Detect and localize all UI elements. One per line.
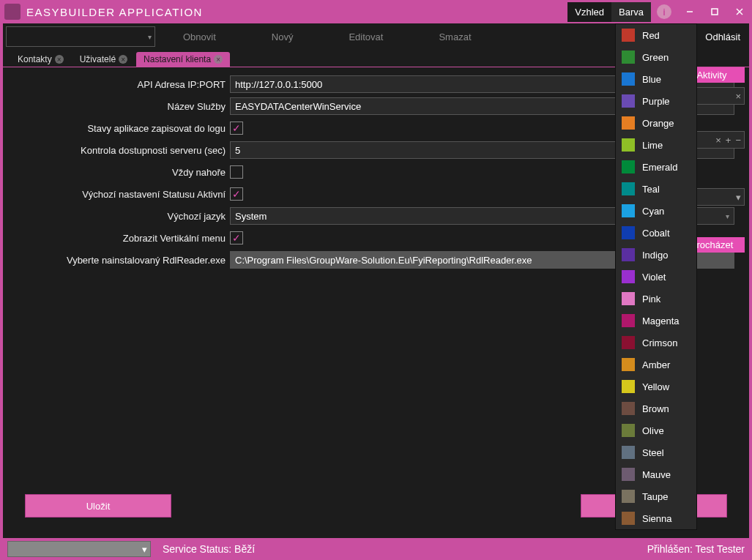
color-name: Emerald: [642, 162, 677, 173]
color-item-amber[interactable]: Amber: [616, 354, 696, 376]
color-swatch-icon: [622, 182, 635, 195]
color-item-crimson[interactable]: Crimson: [616, 332, 696, 354]
color-item-sienna[interactable]: Sienna: [616, 507, 696, 529]
color-item-green[interactable]: Green: [616, 46, 696, 68]
refresh-button[interactable]: Obnovit: [155, 23, 244, 50]
color-swatch-icon: [622, 270, 635, 283]
color-item-purple[interactable]: Purple: [616, 90, 696, 112]
close-icon[interactable]: ×: [715, 135, 721, 146]
color-swatch-icon: [622, 226, 635, 239]
color-item-indigo[interactable]: Indigo: [616, 244, 696, 266]
color-swatch-icon: [622, 94, 635, 108]
color-item-yellow[interactable]: Yellow: [616, 376, 696, 397]
color-name: Steel: [642, 447, 664, 458]
color-swatch-icon: [622, 336, 635, 349]
lang-label: Výchozí jazyk: [18, 211, 230, 222]
tab-label: Kontakty: [18, 54, 52, 64]
titlebar: EASYBUILDER APPLICATION Vzhled Barva i: [0, 0, 752, 23]
color-menu: RedGreenBluePurpleOrangeLimeEmeraldTealC…: [615, 23, 697, 530]
app-logo-icon: [4, 4, 21, 20]
lang-value: System: [235, 211, 267, 222]
color-swatch-icon: [622, 29, 635, 42]
color-item-taupe[interactable]: Taupe: [616, 485, 696, 507]
close-icon[interactable]: ×: [735, 91, 741, 102]
color-item-orange[interactable]: Orange: [616, 112, 696, 134]
color-swatch-icon: [622, 424, 635, 437]
color-item-mauve[interactable]: Mauve: [616, 463, 696, 485]
chevron-down-icon: ▾: [736, 192, 741, 203]
color-name: Indigo: [642, 250, 668, 261]
close-icon[interactable]: ×: [214, 55, 223, 64]
color-name: Brown: [642, 403, 669, 414]
color-item-teal[interactable]: Teal: [616, 178, 696, 200]
color-item-cobalt[interactable]: Cobalt: [616, 222, 696, 244]
delete-button[interactable]: Smazat: [411, 23, 499, 50]
color-name: Sienna: [642, 513, 671, 524]
color-item-cyan[interactable]: Cyan: [616, 200, 696, 222]
color-name: Teal: [642, 184, 660, 195]
defstatus-label: Výchozí nastavení Statusu Aktivní: [18, 189, 230, 200]
service-status: Service Status: Běží: [163, 543, 255, 555]
edit-button[interactable]: Editovat: [321, 23, 411, 50]
minimize-button[interactable]: [677, 1, 702, 22]
color-swatch-icon: [622, 380, 635, 393]
color-swatch-icon: [622, 402, 635, 415]
color-item-brown[interactable]: Brown: [616, 397, 696, 419]
color-swatch-icon: [622, 512, 635, 525]
tab-label: Nastavení klienta: [144, 54, 211, 64]
log-label: Stavy aplikace zapisovat do logu: [18, 123, 230, 134]
color-name: Pink: [642, 294, 660, 305]
close-icon[interactable]: ×: [119, 55, 127, 64]
app-title: EASYBUILDER APPLICATION: [26, 6, 203, 18]
color-name: Violet: [642, 272, 666, 283]
status-combo[interactable]: ▾: [7, 541, 151, 557]
color-swatch-icon: [622, 72, 635, 86]
color-item-violet[interactable]: Violet: [616, 266, 696, 288]
color-item-red[interactable]: Red: [616, 24, 696, 46]
info-icon[interactable]: i: [657, 4, 671, 19]
log-checkbox[interactable]: ✓: [230, 122, 243, 135]
tab-nastaveni-klienta[interactable]: Nastavení klienta ×: [136, 52, 230, 67]
plus-icon[interactable]: +: [726, 135, 731, 146]
tab-label: Uživatelé: [80, 54, 116, 64]
color-item-blue[interactable]: Blue: [616, 68, 696, 90]
color-name: Cobalt: [642, 228, 670, 239]
tab-uzivatele[interactable]: Uživatelé ×: [72, 52, 135, 67]
interval-label: Kontrola dostupnosti serveru (sec): [18, 145, 230, 156]
close-button[interactable]: [727, 1, 752, 22]
color-name: Cyan: [642, 206, 664, 217]
vmenu-label: Zobrazit Vertikální menu: [18, 233, 230, 244]
color-name: Yellow: [642, 381, 669, 392]
ontop-checkbox[interactable]: [230, 165, 243, 179]
color-swatch-icon: [622, 51, 635, 64]
minus-icon[interactable]: −: [735, 135, 741, 146]
defstatus-checkbox[interactable]: ✓: [230, 187, 243, 201]
color-swatch-icon: [622, 116, 635, 130]
color-item-magenta[interactable]: Magenta: [616, 310, 696, 332]
color-swatch-icon: [622, 292, 635, 305]
color-item-pink[interactable]: Pink: [616, 288, 696, 310]
menu-barva[interactable]: Barva: [611, 2, 651, 22]
tab-kontakty[interactable]: Kontakty ×: [10, 52, 71, 67]
close-icon[interactable]: ×: [55, 55, 64, 64]
color-name: Crimson: [642, 337, 677, 348]
color-item-olive[interactable]: Olive: [616, 419, 696, 441]
color-item-steel[interactable]: Steel: [616, 441, 696, 463]
color-item-emerald[interactable]: Emerald: [616, 156, 696, 178]
maximize-button[interactable]: [702, 1, 727, 22]
menu-vzhled[interactable]: Vzhled: [567, 2, 611, 22]
color-name: Mauve: [642, 469, 671, 480]
color-name: Green: [642, 52, 669, 63]
service-label: Název Služby: [18, 101, 230, 112]
toolbar-combo[interactable]: ▾: [6, 26, 155, 47]
color-item-lime[interactable]: Lime: [616, 134, 696, 156]
api-label: API Adresa IP:PORT: [18, 79, 230, 90]
save-button[interactable]: Uložit: [25, 494, 171, 518]
new-button[interactable]: Nový: [244, 23, 321, 50]
vmenu-checkbox[interactable]: ✓: [230, 231, 243, 244]
chevron-down-icon: ▾: [726, 212, 729, 220]
logout-button[interactable]: Odhlásit: [696, 29, 749, 45]
color-name: Blue: [642, 74, 661, 85]
color-swatch-icon: [622, 490, 635, 503]
color-name: Taupe: [642, 491, 668, 502]
